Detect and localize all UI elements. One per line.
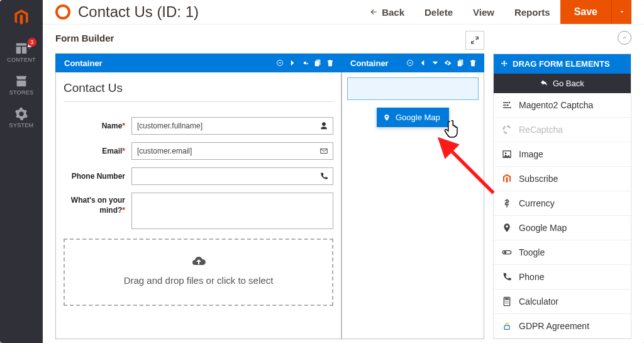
sliders-icon [501,99,513,111]
recaptcha-icon [501,124,513,135]
element-label: GDPR Agreement [519,321,589,331]
message-textarea[interactable] [131,193,333,229]
svg-line-2 [447,147,493,193]
container-left-label: Container [64,59,103,68]
element-toogle[interactable]: Toogle [494,240,631,265]
elements-list: Magento2 CaptchaReCaptchaImageSubscribeC… [494,93,631,339]
notifications-badge: 3 [28,38,36,47]
svg-rect-11 [505,298,509,300]
element-recaptcha[interactable]: ReCaptcha [494,118,631,142]
trash-icon[interactable] [325,58,335,68]
arrow-left-icon [369,8,378,16]
svg-rect-18 [504,325,509,329]
element-phone[interactable]: Phone [494,265,631,290]
element-currency[interactable]: Currency [494,191,631,216]
container-left-header: Container [55,53,341,72]
field-name: Name* [64,117,333,135]
collapse-icon[interactable] [405,58,415,68]
element-gdpr-agreement[interactable]: GDPR Agreement [494,314,631,339]
collapse-section-button[interactable] [618,31,631,45]
toggle-icon [501,247,513,258]
phone-icon [319,172,328,181]
element-subscribe[interactable]: Subscribe [494,167,631,191]
save-button[interactable]: Save [560,0,611,24]
reports-button[interactable]: Reports [504,7,560,18]
chevron-right-icon[interactable] [287,58,297,68]
expand-canvas-button[interactable] [465,31,484,50]
magento-logo [0,0,43,35]
calculator-icon [501,296,513,307]
field-phone: Phone Number [64,167,333,185]
page-header: Contact Us (ID: 1) Back Delete View Repo… [43,0,644,24]
form-heading: Contact Us [64,79,333,102]
svg-point-3 [509,102,511,104]
pin-icon [501,222,513,233]
element-image[interactable]: Image [494,142,631,167]
svg-point-7 [505,152,507,154]
element-label: Phone [519,272,544,282]
svg-point-15 [505,303,506,303]
container-left: Container Contact Us Name* [55,53,341,339]
container-right-label: Container [350,59,389,68]
cloud-upload-icon [189,254,209,269]
lock-icon [501,320,513,332]
name-input[interactable] [131,117,333,135]
save-dropdown-button[interactable] [611,0,631,24]
chevron-left-icon[interactable] [418,58,428,68]
element-label: Calculator [519,296,558,306]
element-label: Toogle [519,247,545,257]
element-calculator[interactable]: Calculator [494,290,631,314]
drop-slot[interactable] [347,77,479,100]
view-button[interactable]: View [463,7,504,18]
cursor-hand-icon [442,116,465,139]
pin-icon [383,114,391,121]
svg-point-14 [508,301,508,301]
accent-circle-icon [55,4,70,20]
copy-icon[interactable] [455,58,465,68]
phone-input[interactable] [131,167,333,185]
element-label: Magento2 Captcha [519,100,593,110]
annotation-arrow [436,135,505,207]
svg-point-16 [506,303,507,303]
move-icon [500,60,509,69]
email-input[interactable] [131,142,333,160]
phone-icon [501,271,513,283]
svg-point-17 [508,303,508,303]
chevron-down-icon[interactable] [430,58,440,68]
field-email: Email* [64,142,333,160]
delete-button[interactable]: Delete [414,7,463,18]
sidebar-item-stores[interactable]: STORES [0,68,43,101]
element-label: Image [519,149,543,159]
gear-icon[interactable] [300,58,310,68]
gear-icon[interactable] [443,58,453,68]
back-button[interactable]: Back [359,7,414,18]
envelope-icon [319,147,328,155]
reply-icon [540,79,548,87]
section-title: Form Builder [55,33,114,43]
sidebar-item-content[interactable]: 3 CONTENT [0,35,43,68]
container-right-header: Container [341,53,484,72]
sidebar-item-system[interactable]: SYSTEM [0,101,43,133]
element-google-map[interactable]: Google Map [494,216,631,240]
copy-icon[interactable] [313,58,323,68]
chevron-up-icon [621,35,628,41]
admin-sidebar: 3 CONTENT STORES SYSTEM [0,0,43,343]
element-label: Currency [519,198,555,208]
elements-panel-title: DRAG FORM ELEMENTS [494,54,631,74]
svg-point-5 [509,107,511,109]
svg-point-9 [504,251,506,254]
svg-rect-8 [502,250,511,254]
svg-point-13 [506,301,507,301]
file-dropzone[interactable]: Drag and drop files or click to select [64,239,333,306]
trash-icon[interactable] [468,58,478,68]
form-builder: Container Contact Us Name* [43,53,644,343]
caret-down-icon [619,9,625,15]
collapse-icon[interactable] [275,58,285,68]
elements-panel: DRAG FORM ELEMENTS Go Back Magento2 Capt… [493,53,631,339]
section-bar: Form Builder [43,24,644,53]
svg-point-4 [507,104,509,106]
svg-point-0 [277,60,283,66]
element-label: ReCaptcha [519,125,563,135]
go-back-button[interactable]: Go Back [494,74,631,93]
element-magento2-captcha[interactable]: Magento2 Captcha [494,93,631,118]
